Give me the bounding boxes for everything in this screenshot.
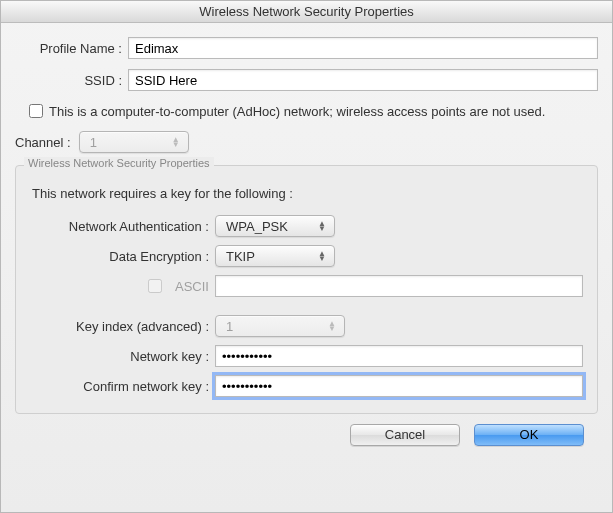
chevron-updown-icon: ▲▼ (170, 137, 182, 147)
profile-name-input[interactable] (128, 37, 598, 59)
enc-label: Data Encryption : (30, 249, 215, 264)
key-index-row: Key index (advanced) : 1 ▲▼ (30, 315, 583, 337)
ascii-input[interactable] (215, 275, 583, 297)
button-row: Cancel OK (15, 414, 598, 446)
ascii-label: ASCII (175, 279, 209, 294)
adhoc-checkbox[interactable] (29, 104, 43, 118)
channel-row: Channel : 1 ▲▼ (15, 131, 598, 153)
dialog-window: Wireless Network Security Properties Pro… (0, 0, 613, 513)
enc-value: TKIP (226, 249, 255, 264)
adhoc-row: This is a computer-to-computer (AdHoc) n… (25, 101, 598, 121)
network-key-input[interactable] (215, 345, 583, 367)
cancel-button[interactable]: Cancel (350, 424, 460, 446)
ok-button[interactable]: OK (474, 424, 584, 446)
chevron-updown-icon: ▲▼ (326, 321, 338, 331)
confirm-key-label: Confirm network key : (30, 379, 215, 394)
channel-select: 1 ▲▼ (79, 131, 189, 153)
auth-select[interactable]: WPA_PSK ▲▼ (215, 215, 335, 237)
chevron-updown-icon: ▲▼ (316, 251, 328, 261)
confirm-key-row: Confirm network key : (30, 375, 583, 397)
ascii-checkbox (148, 279, 162, 293)
chevron-updown-icon: ▲▼ (316, 221, 328, 231)
key-index-label: Key index (advanced) : (30, 319, 215, 334)
ssid-label: SSID : (15, 73, 128, 88)
ssid-input[interactable] (128, 69, 598, 91)
adhoc-label: This is a computer-to-computer (AdHoc) n… (49, 104, 545, 119)
network-key-row: Network key : (30, 345, 583, 367)
channel-label: Channel : (15, 135, 71, 150)
ascii-row: ASCII (30, 275, 583, 297)
channel-value: 1 (90, 135, 97, 150)
window-title: Wireless Network Security Properties (1, 1, 612, 23)
confirm-key-input[interactable] (215, 375, 583, 397)
enc-select[interactable]: TKIP ▲▼ (215, 245, 335, 267)
auth-label: Network Authentication : (30, 219, 215, 234)
profile-name-label: Profile Name : (15, 41, 128, 56)
content-area: Profile Name : SSID : This is a computer… (1, 23, 612, 454)
group-intro: This network requires a key for the foll… (32, 186, 583, 201)
profile-name-row: Profile Name : (15, 37, 598, 59)
ssid-row: SSID : (15, 69, 598, 91)
security-groupbox: Wireless Network Security Properties Thi… (15, 165, 598, 414)
key-index-value: 1 (226, 319, 233, 334)
auth-value: WPA_PSK (226, 219, 288, 234)
enc-row: Data Encryption : TKIP ▲▼ (30, 245, 583, 267)
auth-row: Network Authentication : WPA_PSK ▲▼ (30, 215, 583, 237)
network-key-label: Network key : (30, 349, 215, 364)
key-index-select: 1 ▲▼ (215, 315, 345, 337)
group-legend: Wireless Network Security Properties (24, 157, 214, 169)
